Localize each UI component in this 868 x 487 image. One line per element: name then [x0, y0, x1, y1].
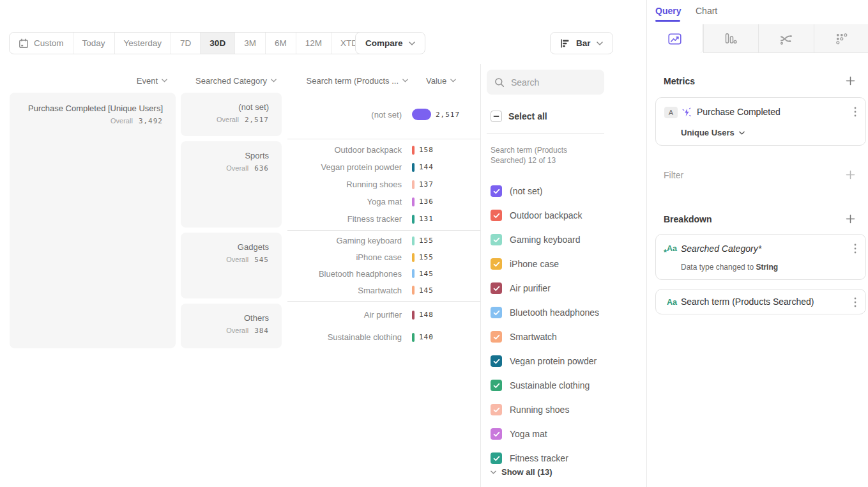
column-header-search-term[interactable]: Search term (Products ... — [287, 75, 408, 86]
filter-item-label: iPhone case — [510, 259, 559, 269]
chart-bar-row[interactable]: Fitness tracker131 — [287, 210, 480, 228]
value-bar[interactable] — [412, 109, 431, 120]
checkbox-checked[interactable] — [491, 428, 502, 440]
value-bar[interactable] — [412, 197, 415, 206]
query-panel: Query Chart — [646, 0, 868, 487]
value-bar[interactable] — [412, 286, 415, 295]
breakdown-card-search-term[interactable]: Aa Search term (Products Searched) — [655, 289, 866, 314]
chart-bar-row[interactable]: Outdoor backpack158 — [287, 141, 480, 158]
bar-value: 131 — [419, 215, 434, 223]
value-bar[interactable] — [412, 253, 415, 262]
checkbox-checked[interactable] — [491, 404, 502, 415]
date-range-selector[interactable]: CustomTodayYesterday7D30D3M6M12MXTD — [9, 32, 379, 54]
search-input[interactable] — [511, 77, 594, 88]
value-bar[interactable] — [412, 269, 415, 278]
event-cell[interactable]: Purchase Completed [Unique Users] Overal… — [10, 93, 176, 348]
checkbox-checked[interactable] — [491, 307, 502, 318]
select-all[interactable]: Select all — [491, 111, 547, 122]
select-all-checkbox[interactable] — [491, 111, 502, 122]
value-bar[interactable] — [412, 236, 415, 245]
chart-bar-row[interactable]: Vegan protein powder144 — [287, 158, 480, 176]
chart-bar-row[interactable]: Smartwatch145 — [287, 282, 480, 298]
show-all-button[interactable]: Show all (13) — [491, 467, 552, 477]
value-bar[interactable] — [412, 146, 415, 155]
checkbox-checked[interactable] — [491, 210, 502, 221]
category-overall: Overall636 — [181, 164, 269, 173]
chart-bar-row[interactable]: Air purifier148 — [287, 306, 480, 324]
flows-tab[interactable] — [758, 24, 814, 53]
checkbox-checked[interactable] — [491, 185, 502, 197]
flows-icon — [779, 33, 793, 45]
bar-value: 148 — [419, 311, 434, 319]
chart-bar-row[interactable]: Gaming keyboard155 — [287, 233, 480, 249]
chart-bar-row[interactable]: Yoga mat136 — [287, 193, 480, 210]
filter-item-smartwatch[interactable]: Smartwatch — [491, 325, 604, 349]
column-header-searched-category[interactable]: Searched Category — [181, 75, 277, 86]
category-cell[interactable]: OthersOverall384 — [181, 304, 282, 348]
checkbox-checked[interactable] — [491, 234, 502, 245]
category-cell[interactable]: SportsOverall636 — [181, 141, 282, 228]
measure-selector[interactable]: Unique Users — [681, 128, 745, 137]
calendar-icon — [19, 38, 29, 49]
chart-bar-row[interactable]: Running shoes137 — [287, 176, 480, 193]
filter-item-outdoor-backpack[interactable]: Outdoor backpack — [491, 203, 604, 228]
metric-card[interactable]: A Purchase Completed Unique Users — [655, 97, 866, 146]
filter-item-running-shoes[interactable]: Running shoes — [491, 398, 604, 422]
chart-bar-row[interactable]: (not set)2,517 — [287, 105, 480, 123]
checkbox-checked[interactable] — [491, 380, 502, 391]
date-range-30d[interactable]: 30D — [201, 33, 235, 54]
filter-item-bluetooth-headphones[interactable]: Bluetooth headphones — [491, 300, 604, 325]
add-metric-button[interactable] — [846, 76, 855, 86]
date-range-label: Custom — [34, 38, 64, 48]
horizontal-bar-chart-icon — [560, 38, 570, 49]
filter-item-yoga-mat[interactable]: Yoga mat — [491, 422, 604, 446]
funnels-tab[interactable] — [703, 24, 759, 53]
search-box[interactable] — [487, 70, 604, 95]
filter-item-air-purifier[interactable]: Air purifier — [491, 276, 604, 300]
term-rows: Air purifier148Sustainable clothing140 — [282, 304, 480, 348]
add-breakdown-button[interactable] — [846, 214, 855, 224]
column-header-event[interactable]: Event — [96, 75, 167, 86]
date-range-label: 12M — [305, 38, 322, 48]
date-range-3m[interactable]: 3M — [235, 33, 266, 54]
retention-tab[interactable] — [814, 24, 868, 53]
add-filter-button[interactable] — [846, 170, 855, 180]
compare-button[interactable]: Compare — [355, 32, 425, 54]
filter-item--not-set-[interactable]: (not set) — [491, 179, 604, 203]
filter-item-sustainable-clothing[interactable]: Sustainable clothing — [491, 373, 604, 398]
category-cell[interactable]: (not set)Overall2,517 — [181, 93, 282, 136]
value-bar[interactable] — [412, 311, 415, 320]
date-range-7d[interactable]: 7D — [171, 33, 201, 54]
value-bar[interactable] — [412, 180, 415, 189]
tab-chart[interactable]: Chart — [696, 6, 717, 16]
tab-query[interactable]: Query — [655, 6, 681, 16]
column-header-value[interactable]: Value — [426, 75, 471, 86]
value-bar[interactable] — [412, 333, 415, 342]
filter-item-gaming-keyboard[interactable]: Gaming keyboard — [491, 228, 604, 252]
kebab-menu-icon[interactable] — [854, 107, 857, 117]
kebab-menu-icon[interactable] — [854, 244, 857, 254]
date-range-12m[interactable]: 12M — [296, 33, 331, 54]
chart-bar-row[interactable]: iPhone case155 — [287, 249, 480, 266]
filter-item-iphone-case[interactable]: iPhone case — [491, 252, 604, 276]
date-range-6m[interactable]: 6M — [266, 33, 296, 54]
kebab-menu-icon[interactable] — [854, 297, 857, 307]
bar-value: 145 — [419, 286, 434, 295]
checkbox-checked[interactable] — [491, 331, 502, 343]
checkbox-checked[interactable] — [491, 355, 502, 367]
insights-chart-tab[interactable] — [648, 24, 703, 53]
breakdown-card-searched-category[interactable]: Aa* Searched Category* Data type changed… — [655, 234, 866, 280]
filter-item-vegan-protein-powder[interactable]: Vegan protein powder — [491, 349, 604, 373]
chart-type-button[interactable]: Bar — [550, 32, 613, 54]
chart-bar-row[interactable]: Sustainable clothing140 — [287, 329, 480, 346]
value-bar[interactable] — [412, 215, 415, 224]
date-range-yesterday[interactable]: Yesterday — [115, 33, 172, 54]
value-bar[interactable] — [412, 163, 415, 172]
checkbox-checked[interactable] — [491, 452, 502, 464]
category-cell[interactable]: GadgetsOverall545 — [181, 233, 282, 298]
chart-bar-row[interactable]: Bluetooth headphones145 — [287, 266, 480, 282]
checkbox-checked[interactable] — [491, 282, 502, 294]
date-range-custom[interactable]: Custom — [10, 33, 73, 54]
checkbox-checked[interactable] — [491, 258, 502, 270]
date-range-today[interactable]: Today — [73, 33, 115, 54]
